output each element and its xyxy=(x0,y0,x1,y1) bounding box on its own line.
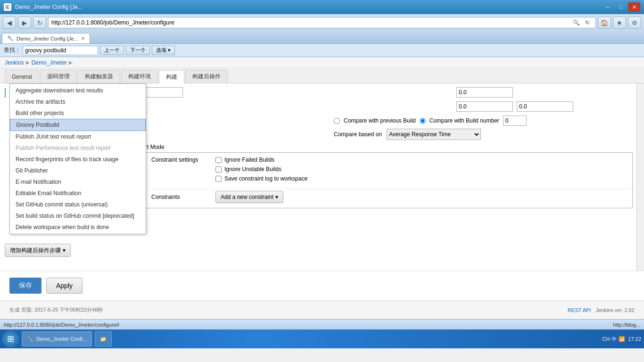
find-input[interactable] xyxy=(23,46,98,55)
radio-build-number[interactable] xyxy=(420,118,426,124)
add-post-build-dropdown: Aggregate downstream test results Archiv… xyxy=(9,83,146,234)
footer-bar: 生成 页面: 2017-5-25 下午05时22分48秒 REST API Je… xyxy=(0,300,644,319)
search-go-button[interactable]: 🔍 xyxy=(571,18,581,27)
save-button[interactable]: 保存 xyxy=(9,278,41,294)
maximize-button[interactable]: □ xyxy=(615,2,627,12)
constraint-settings-label: Constraint settings xyxy=(151,156,198,163)
tab-build[interactable]: 构建 xyxy=(159,70,184,83)
browser-tab[interactable]: 🔧 Demo_Jmeter Config [Je... ✕ xyxy=(2,33,90,43)
tab-post[interactable]: 构建后操作 xyxy=(185,70,228,83)
add-post-build-arrow: ▾ xyxy=(63,247,66,254)
tab-env[interactable]: 构建环境 xyxy=(121,70,158,83)
taskbar-item-explorer[interactable]: 📁 xyxy=(95,331,112,346)
tab-general[interactable]: General xyxy=(5,70,39,83)
compare-based-row: Compare based on Average Response Time xyxy=(334,129,633,140)
dropdown-item-junit[interactable]: Publish JUnit test result report xyxy=(10,131,146,142)
bottom-buttons: 保存 Apply xyxy=(0,271,644,300)
status-bar: http://127.0.0.1:8080/job/Demo_Jmeter/co… xyxy=(0,319,644,329)
compare-based-label: Compare based on xyxy=(334,131,382,138)
title-bar: IE Demo_Jmeter Config [Je... ─ □ ✕ xyxy=(0,0,644,14)
close-button[interactable]: ✕ xyxy=(628,2,640,12)
breadcrumb-jenkins[interactable]: Jenkins xyxy=(5,59,24,66)
taskbar-right: CH 中 📶 17:22 xyxy=(603,336,644,343)
dropdown-item-email[interactable]: E-mail Notification xyxy=(10,176,146,188)
taskbar-favicon: 🔧 xyxy=(27,336,33,342)
dropdown-item-github-deprecated[interactable]: Set build status on GitHub commit [depre… xyxy=(10,210,146,222)
dropdown-item-git-publisher[interactable]: Git Publisher xyxy=(10,165,146,176)
second-inputs-row xyxy=(145,101,633,112)
find-prev-button[interactable]: 上一个 xyxy=(100,46,124,55)
constraint-section: Constraint settings Ignore Failed Builds… xyxy=(145,152,633,208)
refresh-addr-button[interactable]: ↻ xyxy=(582,18,593,27)
scrollbar[interactable] xyxy=(636,83,644,271)
dropdown-item-email-editable[interactable]: Editable Email Notification xyxy=(10,188,146,199)
top-inputs-row xyxy=(145,87,633,98)
find-label: 查找： xyxy=(4,46,21,54)
home-button[interactable]: 🏠 xyxy=(598,16,611,29)
ignore-unstable-label: Ignore Unstable Builds xyxy=(224,166,281,173)
refresh-button[interactable]: ↻ xyxy=(33,16,46,29)
dropdown-item-groovy[interactable]: Groovy Postbuild xyxy=(10,119,146,131)
find-options-label: 选项 xyxy=(156,47,166,54)
field2[interactable] xyxy=(456,101,513,112)
add-constraint-button[interactable]: Add a new constraint ▾ xyxy=(215,191,283,203)
taskbar-item-browser[interactable]: 🔧 Demo_Jmeter Confi... xyxy=(22,331,92,346)
field-top-1[interactable] xyxy=(145,87,183,98)
save-constraint-row: Save constraint log to workspace xyxy=(215,175,307,182)
apply-button[interactable]: Apply xyxy=(46,278,83,294)
breadcrumb-sep1: ▶ xyxy=(26,60,30,65)
field1[interactable] xyxy=(456,87,513,98)
url-hint: http://127.0.0.1:8080/job/Demo_Jmeter/co… xyxy=(4,322,119,328)
ignore-unstable-checkbox[interactable] xyxy=(215,166,222,173)
breadcrumb-demo[interactable]: Demo_Jmeter xyxy=(32,59,67,66)
generated-text: 生成 页面: 2017-5-25 下午05时22分48秒 xyxy=(9,306,103,313)
favorites-button[interactable]: ★ xyxy=(613,16,626,29)
tab-close-button[interactable]: ✕ xyxy=(81,36,85,41)
find-options-button[interactable]: 选项 ▾ xyxy=(152,46,175,55)
save-constraint-checkbox[interactable] xyxy=(215,176,222,182)
right-panel: Compare with previous Build Compare with… xyxy=(141,83,636,271)
ignore-failed-checkbox[interactable] xyxy=(215,157,222,163)
dropdown-item-fingerprints[interactable]: Record fingerprints of files to track us… xyxy=(10,154,146,165)
build-number-input[interactable] xyxy=(503,115,527,126)
address-bar: 🔍 ↻ xyxy=(48,17,596,28)
radio-number-label: Compare with Build number xyxy=(429,117,499,124)
taskbar-item-label: Demo_Jmeter Confi... xyxy=(36,336,87,342)
ignore-failed-label: Ignore Failed Builds xyxy=(224,156,274,163)
ignore-failed-row: Ignore Failed Builds xyxy=(215,156,307,163)
dropdown-item-delete-workspace[interactable]: Delete workspace when build is done xyxy=(10,222,146,233)
minimize-button[interactable]: ─ xyxy=(602,2,614,12)
address-input[interactable] xyxy=(51,19,571,26)
sys-tray: CH 中 📶 xyxy=(603,336,626,343)
clock-time: 17:22 xyxy=(628,336,641,342)
clock[interactable]: 17:22 xyxy=(628,336,641,342)
left-menu-area: Aggregate downstream test results Archiv… xyxy=(0,83,141,271)
dropdown-item-aggregate[interactable]: Aggregate downstream test results xyxy=(10,85,146,96)
dropdown-item-archive[interactable]: Archive the artifacts xyxy=(10,96,146,107)
network-icon: 📶 xyxy=(619,336,625,342)
dropdown-item-performance: Publish Performance test result report xyxy=(10,142,146,154)
constraints-label: Constraints xyxy=(151,194,180,200)
dropdown-item-github-status[interactable]: Set GitHub commit status (universal) xyxy=(10,199,146,210)
tools-button[interactable]: ⚙ xyxy=(628,16,641,29)
start-button[interactable]: ⊞ xyxy=(2,330,19,347)
radio-prev-build[interactable] xyxy=(334,118,340,124)
dropdown-item-build-other[interactable]: Build other projects xyxy=(10,107,146,119)
breadcrumb-sep2: ▶ xyxy=(69,60,73,65)
rest-api-link[interactable]: REST API xyxy=(568,307,591,313)
jenkins-ver-text: Jenkins ver. 2.62 xyxy=(595,307,635,313)
tab-source[interactable]: 源码管理 xyxy=(40,70,77,83)
tab-triggers[interactable]: 构建触发器 xyxy=(78,70,120,83)
back-button[interactable]: ◀ xyxy=(3,16,16,29)
find-next-button[interactable]: 下一个 xyxy=(126,46,150,55)
jenkins-tabs: General 源码管理 构建触发器 构建环境 构建 构建后操作 xyxy=(0,68,644,83)
field3[interactable] xyxy=(517,101,573,112)
forward-button[interactable]: ▶ xyxy=(18,16,31,29)
compare-based-select[interactable]: Average Response Time xyxy=(387,129,481,140)
radio-row: Compare with previous Build Compare with… xyxy=(334,115,633,126)
browser-toolbar: ◀ ▶ ↻ 🔍 ↻ 🏠 ★ ⚙ 🔧 Demo_Jmeter Config [Je… xyxy=(0,14,644,44)
find-bar: 查找： 上一个 下一个 选项 ▾ xyxy=(0,44,644,57)
radio-prev-label: Compare with previous Build xyxy=(344,117,416,124)
lang-indicator: CH xyxy=(603,336,610,342)
add-post-build-button[interactable]: 增加构建后操作步骤 ▾ xyxy=(5,244,71,257)
